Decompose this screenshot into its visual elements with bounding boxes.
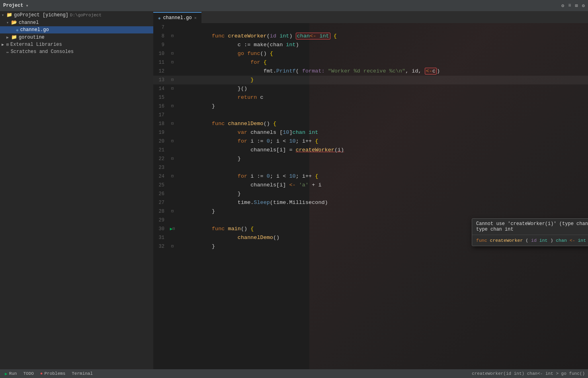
line-number: 23 (153, 163, 168, 172)
run-icon-30[interactable]: ▶ (170, 225, 173, 233)
code-line-22: 22 ⊟ } (153, 155, 588, 163)
tooltip-popup: Cannot use 'createWorker(i)' (type chan<… (472, 218, 588, 246)
line-number: 15 (153, 93, 168, 102)
problems-button[interactable]: ● Problems (39, 371, 67, 376)
line-number: 13 (153, 76, 168, 84)
fold-icon-8[interactable]: ⊟ (171, 32, 174, 41)
line-number: 19 (153, 128, 168, 137)
terminal-button[interactable]: Terminal (70, 371, 94, 376)
todo-button[interactable]: TODO (21, 371, 35, 376)
project-label[interactable]: Project (3, 3, 23, 8)
gutter-22: ⊟ (168, 155, 176, 163)
fold-icon-18[interactable]: ⊟ (171, 119, 174, 128)
line-number: 20 (153, 137, 168, 146)
breadcrumb: createWorker(id int) chan<- int > go fun… (472, 371, 585, 376)
main-layout: ▾ 📁 goProject [yicheng] D:\goProject ▾ 📂… (0, 11, 588, 369)
gutter-18: ⊟ (168, 119, 176, 128)
fold-icon-14[interactable]: ⊟ (171, 84, 174, 93)
fold-icon-13[interactable]: ⊟ (171, 76, 174, 84)
config-icon[interactable]: ⚙ (582, 3, 585, 9)
code-line-28: 28 ⊟ } (153, 207, 588, 216)
status-bar: ▶ Run TODO ● Problems Terminal createWor… (0, 369, 588, 378)
line-number: 14 (153, 84, 168, 93)
tab-bar: ◈ channel.go ✕ (153, 11, 588, 23)
line-number: 25 (153, 181, 168, 190)
code-container[interactable]: 7 8 ⊟ func createWorker(id int) chan<- i… (153, 23, 588, 369)
line-number: 22 (153, 155, 168, 163)
gutter-8: ⊟ (168, 32, 176, 41)
sidebar-item-scratches[interactable]: ✏ Scratches and Consoles (0, 48, 153, 55)
sidebar-item-external-libraries[interactable]: ▶ ⊞ External Libraries (0, 41, 153, 48)
tooltip-error-text: Cannot use 'createWorker(i)' (type chan<… (472, 219, 588, 235)
line-number: 7 (153, 23, 168, 32)
gutter-10: ⊟ (168, 49, 176, 58)
project-dropdown-arrow[interactable]: ▾ (25, 3, 28, 9)
line-number: 24 (153, 172, 168, 181)
line-number: 32 (153, 242, 168, 251)
line-number: 30 (153, 225, 168, 233)
line-number: 8 (153, 32, 168, 41)
line-number: 21 (153, 146, 168, 155)
structure-icon[interactable]: ≡ (568, 3, 571, 9)
line-number: 10 (153, 49, 168, 58)
gutter-11: ⊟ (168, 58, 176, 67)
line-number: 12 (153, 67, 168, 76)
tooltip-func-signature: func createWorker ( id int ) chan <- int (476, 238, 586, 243)
gutter-20: ⊟ (168, 137, 176, 146)
fold-icon-32[interactable]: ⊟ (171, 242, 174, 251)
line-number: 29 (153, 216, 168, 225)
tab-channel-go[interactable]: ◈ channel.go ✕ (153, 12, 201, 23)
fold-icon-28[interactable]: ⊟ (171, 207, 174, 216)
run-button[interactable]: ▶ Run (3, 371, 18, 376)
gutter-30: ▶ ⊟ (168, 225, 176, 233)
line-number: 18 (153, 119, 168, 128)
tooltip-func-sig-line: func createWorker ( id int ) chan <- int… (472, 235, 588, 246)
line-number: 17 (153, 111, 168, 119)
gutter-32: ⊟ (168, 242, 176, 251)
gutter-28: ⊟ (168, 207, 176, 216)
tab-close-button[interactable]: ✕ (194, 16, 197, 20)
editor-area: ◈ channel.go ✕ 7 8 ⊟ func createWorker(i… (153, 11, 588, 369)
line-number: 28 (153, 207, 168, 216)
gutter-16: ⊟ (168, 102, 176, 111)
gutter-24: ⊟ (168, 172, 176, 181)
line-number: 26 (153, 190, 168, 198)
code-line-16: 16 ⊟ } (153, 102, 588, 111)
sidebar-item-channel-go[interactable]: ◈ channel.go (0, 26, 153, 33)
sidebar: ▾ 📁 goProject [yicheng] D:\goProject ▾ 📂… (0, 11, 153, 369)
gutter-14: ⊟ (168, 84, 176, 93)
fold-icon-30[interactable]: ⊟ (172, 225, 175, 233)
toolbar-icons: ⚙ ≡ ⊞ ⚙ (561, 3, 585, 9)
top-bar: Project ▾ ⚙ ≡ ⊞ ⚙ (0, 0, 588, 11)
tab-file-icon: ◈ (158, 16, 161, 21)
sidebar-item-channel[interactable]: ▾ 📂 channel (0, 19, 153, 26)
sidebar-item-goroutine[interactable]: ▶ 📁 goroutine (0, 33, 153, 41)
fold-icon-10[interactable]: ⊟ (171, 49, 174, 58)
line-number: 31 (153, 233, 168, 242)
fold-icon-16[interactable]: ⊟ (171, 102, 174, 111)
layout-icon[interactable]: ⊞ (575, 3, 578, 9)
fold-icon-11[interactable]: ⊟ (171, 58, 174, 67)
line-number: 9 (153, 41, 168, 49)
line-number: 16 (153, 102, 168, 111)
sidebar-item-goProject[interactable]: ▾ 📁 goProject [yicheng] D:\goProject (0, 11, 153, 19)
gutter-13: ⊟ (168, 76, 176, 84)
tab-label: channel.go (163, 15, 192, 21)
settings-icon[interactable]: ⚙ (561, 3, 564, 9)
line-number: 27 (153, 198, 168, 207)
line-number: 11 (153, 58, 168, 67)
fold-icon-20[interactable]: ⊟ (171, 137, 174, 146)
fold-icon-22[interactable]: ⊟ (171, 155, 174, 163)
fold-icon-24[interactable]: ⊟ (171, 172, 174, 181)
